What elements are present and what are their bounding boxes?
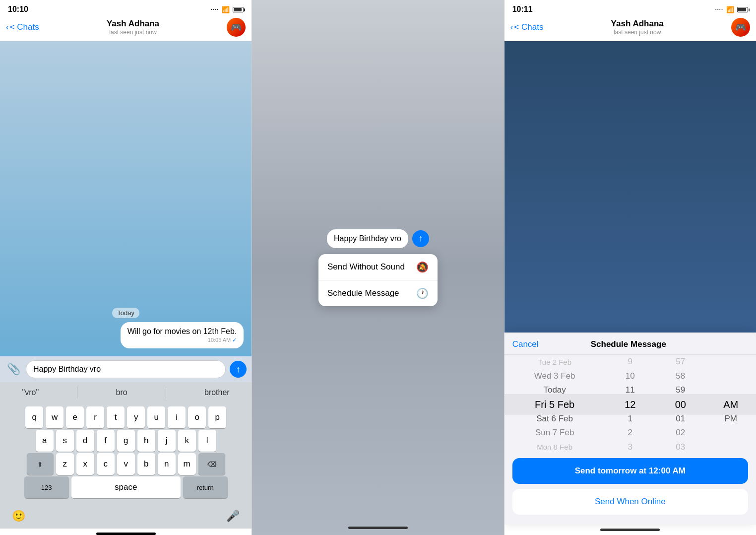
signal-dots-1: ···· (211, 6, 219, 12)
chats-label-1[interactable]: < Chats (10, 22, 39, 32)
context-item-schedule-message[interactable]: Schedule Message 🕐 (318, 280, 438, 306)
status-icons-3: ···· 📶 (715, 6, 748, 13)
autocorrect-item-1[interactable]: bro (110, 386, 133, 399)
key-x[interactable]: x (76, 453, 94, 475)
context-area: Happy Birthday vro ↑ Send Without Sound … (318, 229, 438, 306)
back-button-1[interactable]: ‹ < Chats (6, 22, 39, 32)
schedule-sheet: Cancel Schedule Message Tue 2 Feb Wed 3 … (504, 333, 756, 525)
schedule-message-label: Schedule Message (327, 288, 399, 298)
message-bubble-1: Will go for movies on 12th Feb. 10:05 AM… (121, 322, 244, 348)
picker-date-4: Sat 6 Feb (536, 411, 573, 426)
picker-date-2: Today (543, 383, 566, 398)
time-1: 10:10 (8, 5, 28, 14)
key-g[interactable]: g (117, 430, 135, 452)
back-button-3[interactable]: ‹ < Chats (510, 22, 544, 32)
date-time-picker[interactable]: Tue 2 Feb Wed 3 Feb Today Fri 5 Feb Sat … (504, 355, 756, 454)
key-z[interactable]: z (56, 453, 74, 475)
avatar-3[interactable]: 🎮 (731, 18, 750, 37)
status-bar-3: 10:11 ···· 📶 (504, 0, 756, 16)
message-input-1[interactable]: Happy Birthday vro (26, 360, 226, 378)
picker-hour-4: 1 (628, 411, 632, 426)
contact-name-1: Yash Adhana (107, 19, 159, 29)
attach-button-1[interactable]: 📎 (5, 361, 22, 378)
picker-hour-3: 12 (625, 398, 635, 412)
key-shift[interactable]: ⇧ (27, 453, 54, 475)
cancel-button[interactable]: Cancel (512, 339, 539, 349)
autocorrect-item-0[interactable]: "vro" (16, 386, 45, 399)
picker-min-5: 02 (676, 426, 685, 440)
message-time-1: 10:05 AM ✓ (127, 337, 237, 343)
key-e[interactable]: e (66, 406, 84, 428)
key-a[interactable]: a (36, 430, 54, 452)
key-return[interactable]: return (183, 476, 228, 498)
nav-center-3: Yash Adhana last seen just now (611, 19, 664, 36)
picker-hour-0: 9 (628, 355, 632, 369)
key-i[interactable]: i (168, 406, 186, 428)
key-v[interactable]: v (117, 453, 135, 475)
picker-ampm-3: AM (723, 398, 738, 412)
key-n[interactable]: n (158, 453, 176, 475)
picker-date-6: Mon 8 Feb (537, 440, 572, 454)
hour-picker-col[interactable]: 9 10 11 12 1 2 3 (605, 355, 655, 454)
autocorrect-bar-1: "vro" bro brother (0, 382, 252, 403)
key-c[interactable]: c (97, 453, 115, 475)
send-tomorrow-button[interactable]: Send tomorrow at 12:00 AM (512, 458, 748, 484)
avatar-1[interactable]: 🎮 (227, 18, 246, 37)
picker-hour-1: 10 (626, 369, 635, 384)
key-row-4: 123 space return (0, 476, 252, 498)
bottom-bar-1: 🙂 🎤 (0, 506, 252, 529)
key-r[interactable]: r (86, 406, 104, 428)
emoji-icon-1[interactable]: 🙂 (12, 510, 25, 523)
picker-min-0: 57 (676, 355, 685, 369)
send-button-1[interactable]: ↑ (230, 361, 247, 378)
home-indicator-1 (96, 533, 156, 535)
panel-context-menu: Happy Birthday vro ↑ Send Without Sound … (252, 0, 504, 535)
keyboard-1: q w e r t y u i o p a s d f g h j k l ⇧ … (0, 403, 252, 506)
chevron-left-icon-1: ‹ (6, 22, 9, 32)
panel-3-content: 10:11 ···· 📶 ‹ < Chats Yash Adhana last … (504, 0, 756, 535)
key-m[interactable]: m (178, 453, 196, 475)
minute-picker-col[interactable]: 57 58 59 00 01 02 03 (655, 355, 705, 454)
picker-min-2: 59 (676, 383, 685, 398)
key-p[interactable]: p (208, 406, 226, 428)
send-without-sound-label: Send Without Sound (327, 262, 405, 272)
date-picker-col[interactable]: Tue 2 Feb Wed 3 Feb Today Fri 5 Feb Sat … (504, 355, 605, 454)
autocorrect-item-2[interactable]: brother (198, 386, 236, 399)
key-k[interactable]: k (178, 430, 196, 452)
wifi-icon-1: 📶 (222, 6, 230, 13)
key-j[interactable]: j (158, 430, 176, 452)
send-when-online-button[interactable]: Send When Online (512, 489, 748, 515)
key-h[interactable]: h (137, 430, 155, 452)
key-u[interactable]: u (147, 406, 165, 428)
context-item-send-without-sound[interactable]: Send Without Sound 🔕 (318, 254, 438, 280)
key-delete[interactable]: ⌫ (198, 453, 225, 475)
picker-hour-2: 11 (626, 383, 635, 398)
key-y[interactable]: y (127, 406, 145, 428)
key-123[interactable]: 123 (24, 476, 69, 498)
date-label-1: Today (112, 308, 139, 318)
key-t[interactable]: t (107, 406, 125, 428)
ampm-picker-col[interactable]: AM PM (706, 355, 756, 454)
chats-label-3[interactable]: < Chats (514, 22, 543, 32)
key-q[interactable]: q (25, 406, 43, 428)
checkmark-icon-1: ✓ (232, 337, 237, 343)
input-row-1: 📎 Happy Birthday vro ↑ (0, 356, 252, 382)
contact-name-3: Yash Adhana (611, 19, 664, 29)
key-l[interactable]: l (198, 430, 216, 452)
mic-icon-1[interactable]: 🎤 (226, 510, 240, 523)
nav-center-1: Yash Adhana last seen just now (107, 19, 159, 36)
key-b[interactable]: b (137, 453, 155, 475)
picker-min-1: 58 (676, 369, 685, 384)
key-space[interactable]: space (71, 476, 181, 498)
key-f[interactable]: f (97, 430, 115, 452)
divider-2 (166, 387, 166, 399)
sheet-header: Cancel Schedule Message (504, 333, 756, 355)
last-seen-3: last seen just now (611, 29, 664, 36)
key-w[interactable]: w (46, 406, 63, 428)
chat-area-1: Today Will go for movies on 12th Feb. 10… (0, 41, 252, 356)
key-d[interactable]: d (76, 430, 94, 452)
context-message-row: Happy Birthday vro ↑ (327, 229, 429, 248)
key-o[interactable]: o (188, 406, 206, 428)
key-s[interactable]: s (56, 430, 74, 452)
context-send-btn[interactable]: ↑ (412, 230, 429, 247)
